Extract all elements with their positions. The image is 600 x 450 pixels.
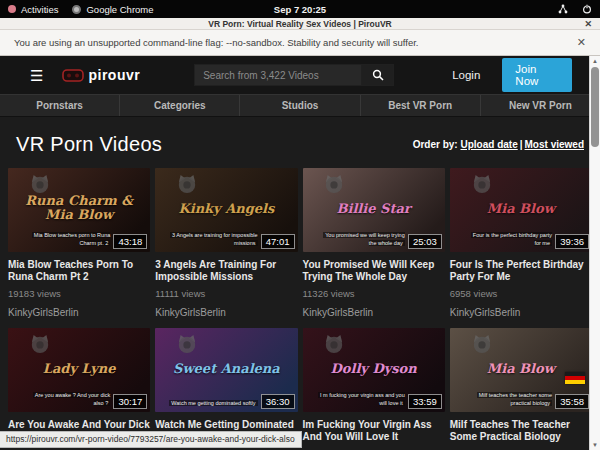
login-link[interactable]: Login xyxy=(452,69,480,81)
video-grid: Runa Charm & Mia Blow Mia Blow teaches p… xyxy=(0,166,600,450)
search-form xyxy=(194,64,394,86)
window-title-bar: VR Porn: Virtual Reality Sex Videos | Pi… xyxy=(0,18,600,30)
order-by-label: Order by: xyxy=(413,139,458,150)
activities-button[interactable]: Activities xyxy=(8,4,58,15)
nav-item[interactable]: New VR Porn xyxy=(481,95,600,116)
studio-logo-icon xyxy=(470,334,494,354)
thumb-model-name: Lady Lyne xyxy=(21,362,138,376)
video-card[interactable]: Dolly Dyson I m fucking your virgin ass … xyxy=(303,328,445,450)
order-by: Order by: Upload date|Most viewed xyxy=(413,139,584,150)
video-thumb[interactable]: Kinky Angels 3 Angels are training for i… xyxy=(155,168,297,252)
studio-logo-icon xyxy=(175,174,199,194)
nav-item[interactable]: Studios xyxy=(240,95,360,116)
video-title[interactable]: Milf Teaches The Teacher Some Practical … xyxy=(450,419,592,442)
video-card[interactable]: Mia Blow Four is the perfect birthday pa… xyxy=(450,168,592,318)
video-duration: 47:01 xyxy=(261,234,295,249)
thumb-model-name: Dolly Dyson xyxy=(315,362,432,376)
video-views: 11111 views xyxy=(155,288,297,299)
thumb-caption: You promised we will keep trying the who… xyxy=(317,231,405,248)
search-input[interactable] xyxy=(194,64,362,86)
page-heading-row: VR Porn Videos Order by: Upload date|Mos… xyxy=(0,117,600,166)
studio-logo-icon xyxy=(28,174,52,194)
video-thumb[interactable]: Dolly Dyson I m fucking your virgin ass … xyxy=(303,328,445,412)
video-title[interactable]: Im Fucking Your Virgin Ass And You Will … xyxy=(303,419,445,442)
video-thumb[interactable]: Sweet Analena Watch me getting dominated… xyxy=(155,328,297,412)
nav-item[interactable]: Best VR Porn xyxy=(361,95,481,116)
video-title[interactable]: You Promised We Will Keep Trying The Who… xyxy=(303,259,445,282)
nav-item[interactable]: Categories xyxy=(120,95,240,116)
page-title: VR Porn Videos xyxy=(16,133,162,156)
thumb-caption: 3 Angels are training for impossible mis… xyxy=(169,231,257,248)
search-button[interactable] xyxy=(362,64,394,86)
video-card[interactable]: Kinky Angels 3 Angels are training for i… xyxy=(155,168,297,318)
scrollbar[interactable]: ▲ ▼ xyxy=(589,56,600,450)
site-header: ☰ pirouvr Login Join Now xyxy=(0,56,600,94)
video-title[interactable]: 3 Angels Are Training For Impossible Mis… xyxy=(155,259,297,282)
thumb-model-name: Mia Blow xyxy=(463,202,580,216)
network-icon[interactable] xyxy=(558,4,568,14)
thumb-caption: Mia Blow teaches porn to Runa Charm pt. … xyxy=(22,231,110,248)
hamburger-icon[interactable]: ☰ xyxy=(30,68,42,83)
power-icon[interactable] xyxy=(582,4,592,14)
infobar-close-icon[interactable]: ✕ xyxy=(577,36,586,49)
thumb-model-name: Runa Charm & Mia Blow xyxy=(21,194,138,221)
system-bar: Activities Google Chrome Sep 7 20:25 xyxy=(0,0,600,18)
thumb-caption: Milf teaches the teacher some practical … xyxy=(464,391,552,408)
chrome-label: Google Chrome xyxy=(86,4,153,15)
video-thumb[interactable]: Lady Lyne Are you awake ? And your dick … xyxy=(8,328,150,412)
video-studio[interactable]: KinkyGirlsBerlin xyxy=(303,307,445,318)
window-title: VR Porn: Virtual Reality Sex Videos | Pi… xyxy=(208,19,391,29)
order-link-upload-date[interactable]: Upload date xyxy=(460,139,517,150)
window-close-icon[interactable]: ✕ xyxy=(584,19,592,29)
scrollbar-up-icon[interactable]: ▲ xyxy=(590,56,600,66)
video-card[interactable]: Mia Blow Milf teaches the teacher some p… xyxy=(450,328,592,450)
logo-text: pirouvr xyxy=(88,67,140,83)
site-logo[interactable]: pirouvr xyxy=(62,67,140,83)
chrome-icon xyxy=(72,5,81,14)
studio-logo-icon xyxy=(175,334,199,354)
thumb-caption: I m fucking your virgin ass and you will… xyxy=(317,391,405,408)
thumb-model-name: Mia Blow xyxy=(463,362,580,376)
vr-headset-icon xyxy=(62,69,84,82)
video-views: 11326 views xyxy=(303,288,445,299)
video-studio[interactable]: KinkyGirlsBerlin xyxy=(450,307,592,318)
video-thumb[interactable]: Mia Blow Four is the perfect birthday pa… xyxy=(450,168,592,252)
video-duration: 36:30 xyxy=(261,394,295,409)
video-title[interactable]: Four Is The Perfect Birthday Party For M… xyxy=(450,259,592,282)
studio-logo-icon xyxy=(322,334,346,354)
video-duration: 30:17 xyxy=(113,394,147,409)
thumb-caption: Watch me getting dominated softly xyxy=(169,399,257,407)
video-duration: 25:03 xyxy=(408,234,442,249)
scrollbar-down-icon[interactable]: ▼ xyxy=(590,440,600,450)
search-icon xyxy=(372,69,384,81)
join-now-button[interactable]: Join Now xyxy=(502,58,572,92)
main-nav: PornstarsCategoriesStudiosBest VR PornNe… xyxy=(0,94,600,117)
chrome-app-indicator[interactable]: Google Chrome xyxy=(72,4,153,15)
video-duration: 33:59 xyxy=(408,394,442,409)
video-duration: 43:18 xyxy=(113,234,147,249)
video-thumb[interactable]: Runa Charm & Mia Blow Mia Blow teaches p… xyxy=(8,168,150,252)
studio-logo-icon xyxy=(470,174,494,194)
scrollbar-thumb[interactable] xyxy=(591,67,599,147)
recording-indicator-icon xyxy=(8,5,16,13)
video-studio[interactable]: KinkyGirlsBerlin xyxy=(8,307,150,318)
video-title[interactable]: Mia Blow Teaches Porn To Runa Charm Pt 2 xyxy=(8,259,150,282)
video-studio[interactable]: KinkyGirlsBerlin xyxy=(155,307,297,318)
status-bar-url: https://pirouvr.com/vr-porn-video/779325… xyxy=(0,431,302,448)
thumb-caption: Are you awake ? And your dick also ? xyxy=(22,391,110,408)
video-thumb[interactable]: Billie Star You promised we will keep tr… xyxy=(303,168,445,252)
video-duration: 35:58 xyxy=(555,394,589,409)
order-separator: | xyxy=(518,139,525,150)
infobar-message: You are using an unsupported command-lin… xyxy=(14,37,419,48)
thumb-model-name: Sweet Analena xyxy=(168,362,285,376)
video-views: 19183 views xyxy=(8,288,150,299)
activities-label: Activities xyxy=(21,4,58,15)
thumb-model-name: Kinky Angels xyxy=(168,202,285,216)
video-card[interactable]: Billie Star You promised we will keep tr… xyxy=(303,168,445,318)
studio-logo-icon xyxy=(322,174,346,194)
video-card[interactable]: Runa Charm & Mia Blow Mia Blow teaches p… xyxy=(8,168,150,318)
video-views: 6958 views xyxy=(450,288,592,299)
video-thumb[interactable]: Mia Blow Milf teaches the teacher some p… xyxy=(450,328,592,412)
order-link-most-viewed[interactable]: Most viewed xyxy=(525,139,584,150)
nav-item[interactable]: Pornstars xyxy=(0,95,120,116)
